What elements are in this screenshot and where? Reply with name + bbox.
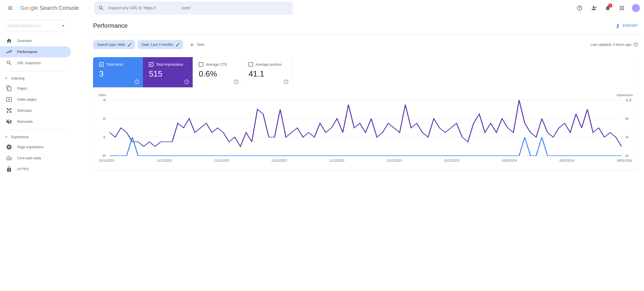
sidebar-section-experience[interactable]: Experience (0, 132, 73, 141)
metric-label: Average CTR (206, 62, 227, 66)
chart-left-axis-label: Clicks (98, 93, 106, 97)
svg-text:1: 1 (103, 135, 106, 139)
checkbox-checked-icon (149, 62, 153, 67)
new-label: New (197, 43, 204, 47)
sidebar-item-pages[interactable]: Pages (0, 83, 71, 94)
property-domain: example-domain.com (7, 24, 58, 28)
home-icon (6, 38, 12, 44)
help-icon[interactable]: ? (134, 79, 139, 84)
sidebar-section-indexing[interactable]: Indexing (0, 74, 73, 83)
sidebar-item-removals[interactable]: Removals (0, 116, 71, 127)
metric-average-ctr[interactable]: Average CTR 0.6% ? (193, 57, 243, 87)
download-icon (615, 23, 620, 28)
divider (6, 130, 67, 130)
sidebar-item-label: Overview (17, 39, 32, 43)
notifications-button[interactable]: 4 (602, 2, 614, 14)
filter-row: Search type: Web Date: Last 3 months New… (93, 40, 644, 49)
speed-icon (6, 155, 12, 161)
x-tick: 31/12/2023 (444, 159, 459, 162)
x-tick: 11/11/2023 (157, 159, 172, 162)
metric-label: Average position (256, 62, 282, 66)
svg-text:12: 12 (625, 99, 632, 102)
hamburger-menu-button[interactable] (4, 2, 16, 14)
performance-chart[interactable]: 321012840 (98, 99, 633, 157)
section-title: Experience (11, 135, 29, 139)
last-updated: Last updated: 4 hours ago ? (590, 42, 638, 47)
last-updated-text: Last updated: 4 hours ago (590, 43, 631, 47)
notification-badge: 4 (608, 4, 612, 8)
metric-value: 515 (149, 69, 187, 79)
x-tick: 01/12/2023 (272, 159, 287, 162)
url-inspection-input[interactable] (108, 6, 289, 10)
search-icon (98, 5, 104, 11)
chart-area: Clicks Impressions 321012840 01/11/20231… (93, 87, 638, 170)
metrics-row: Total clicks 3 ? Total impressions 515 ? (93, 57, 638, 87)
filter-date[interactable]: Date: Last 3 months (138, 40, 183, 49)
help-button[interactable] (574, 2, 586, 14)
trending-icon (6, 49, 12, 55)
sidebar-item-label: Pages (17, 86, 27, 90)
sidebar-item-label: Video pages (17, 97, 37, 101)
help-icon[interactable]: ? (284, 79, 289, 84)
users-button[interactable] (588, 2, 600, 14)
sidebar-item-https[interactable]: HTTPS (0, 164, 71, 175)
metric-value: 3 (99, 69, 137, 79)
app-header: Google Search Console 4 (0, 0, 644, 16)
svg-text:?: ? (235, 80, 237, 83)
sidebar-item-label: Removals (17, 120, 33, 124)
export-label: EXPORT (623, 24, 638, 28)
svg-text:0: 0 (103, 154, 106, 157)
svg-text:8: 8 (625, 117, 629, 120)
help-icon[interactable]: ? (184, 79, 189, 84)
account-avatar[interactable] (632, 4, 640, 12)
metric-average-position[interactable]: Average position 41.1 ? (243, 57, 292, 87)
metric-total-impressions[interactable]: Total impressions 515 ? (143, 57, 193, 87)
url-inspection-search[interactable] (94, 2, 293, 15)
sidebar-item-label: HTTPS (17, 167, 29, 171)
sidebar-item-performance[interactable]: Performance (0, 46, 71, 57)
divider (6, 71, 67, 71)
help-icon[interactable]: ? (234, 79, 239, 84)
edit-icon (176, 42, 180, 47)
x-tick: 21/12/2023 (387, 159, 402, 162)
checkbox-icon (199, 62, 203, 67)
lock-icon (6, 166, 12, 172)
pages-icon (6, 85, 12, 91)
x-tick: 30/01/2024 (617, 159, 632, 162)
help-icon: ? (633, 42, 638, 47)
sidebar-item-label: Sitemaps (17, 108, 32, 113)
product-logo[interactable]: Google Search Console (20, 5, 79, 11)
checkbox-checked-icon (99, 62, 104, 67)
svg-text:?: ? (285, 80, 287, 83)
sidebar-item-label: Core web vitals (17, 156, 41, 160)
export-button[interactable]: EXPORT (615, 23, 638, 28)
metric-value: 0.6% (199, 69, 236, 79)
apps-button[interactable] (616, 2, 628, 14)
chip-label: Search type: Web (97, 43, 125, 47)
property-selector[interactable]: example-domain.com (3, 20, 70, 31)
page-header: Performance EXPORT (93, 22, 644, 29)
sidebar-item-sitemaps[interactable]: Sitemaps (0, 105, 71, 116)
sidebar-item-overview[interactable]: Overview (0, 35, 71, 46)
chart-right-axis-label: Impressions (617, 93, 633, 97)
x-tick: 01/11/2023 (99, 159, 114, 162)
filter-search-type[interactable]: Search type: Web (93, 40, 135, 49)
x-tick: 21/11/2023 (214, 159, 229, 162)
sidebar-item-label: Performance (17, 50, 37, 54)
new-filter-button[interactable]: New (186, 40, 208, 49)
apps-grid-icon (619, 5, 625, 11)
header-actions: 4 (574, 2, 640, 14)
menu-icon (7, 5, 13, 11)
performance-card: Total clicks 3 ? Total impressions 515 ? (93, 57, 638, 170)
sidebar-item-page-experience[interactable]: Page experience (0, 141, 71, 153)
sidebar-item-video-pages[interactable]: Video pages (0, 94, 71, 105)
metric-total-clicks[interactable]: Total clicks 3 ? (93, 57, 143, 87)
svg-text:4: 4 (625, 135, 629, 139)
sidebar-item-core-web-vitals[interactable]: Core web vitals (0, 153, 71, 164)
google-logo: Google (20, 5, 38, 11)
plus-icon (189, 42, 195, 47)
product-name: Search Console (39, 5, 79, 11)
video-icon (6, 96, 12, 102)
sidebar-item-label: Page experience (17, 145, 44, 149)
sidebar-item-url-inspection[interactable]: URL inspection (0, 57, 71, 68)
